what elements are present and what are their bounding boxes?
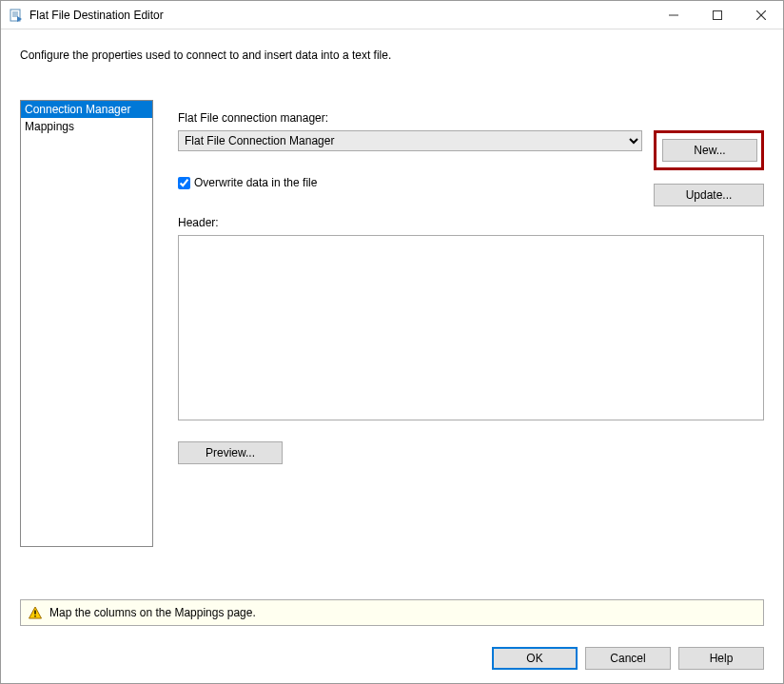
app-icon: [9, 8, 24, 23]
window-title: Flat File Destination Editor: [29, 9, 652, 22]
svg-rect-9: [34, 611, 35, 615]
cancel-button[interactable]: Cancel: [585, 647, 671, 670]
side-buttons: New... Update...: [654, 130, 764, 206]
conn-manager-dropdown[interactable]: Flat File Connection Manager: [178, 130, 642, 151]
warning-bar: Map the columns on the Mappings page.: [20, 599, 764, 626]
header-textarea[interactable]: [178, 235, 764, 420]
window-controls: [652, 1, 783, 29]
close-button[interactable]: [739, 1, 783, 29]
footer-buttons: OK Cancel Help: [1, 647, 783, 683]
conn-manager-label: Flat File connection manager:: [178, 111, 764, 125]
page-list[interactable]: Connection Manager Mappings: [20, 100, 153, 547]
ok-button[interactable]: OK: [492, 647, 578, 670]
maximize-button[interactable]: [696, 1, 739, 29]
header-label: Header:: [178, 216, 764, 229]
titlebar: Flat File Destination Editor: [1, 1, 783, 29]
sidebar-item-mappings[interactable]: Mappings: [21, 118, 152, 135]
new-button-highlight: New...: [654, 130, 764, 170]
warning-text: Map the columns on the Mappings page.: [49, 606, 256, 619]
svg-rect-5: [714, 10, 722, 19]
connection-panel: Flat File connection manager: Flat File …: [178, 100, 764, 599]
preview-button[interactable]: Preview...: [178, 441, 283, 464]
help-button[interactable]: Help: [678, 647, 764, 670]
preview-row: Preview...: [178, 441, 764, 464]
conn-row: Flat File Connection Manager New... Upda…: [178, 130, 764, 206]
content-area: Configure the properties used to connect…: [1, 29, 783, 599]
overwrite-row: Overwrite data in the file: [178, 176, 764, 189]
new-button[interactable]: New...: [662, 139, 757, 162]
overwrite-label: Overwrite data in the file: [194, 176, 317, 189]
sidebar-item-connection-manager[interactable]: Connection Manager: [21, 101, 152, 118]
conn-dropdown-wrap: Flat File Connection Manager: [178, 130, 642, 151]
minimize-button[interactable]: [652, 1, 696, 29]
page-description: Configure the properties used to connect…: [20, 49, 764, 62]
main-area: Connection Manager Mappings Flat File co…: [20, 100, 764, 599]
warning-icon: [29, 606, 42, 619]
svg-rect-10: [34, 616, 35, 616]
window: Flat File Destination Editor Configure t…: [0, 0, 784, 684]
overwrite-checkbox[interactable]: [178, 177, 190, 189]
